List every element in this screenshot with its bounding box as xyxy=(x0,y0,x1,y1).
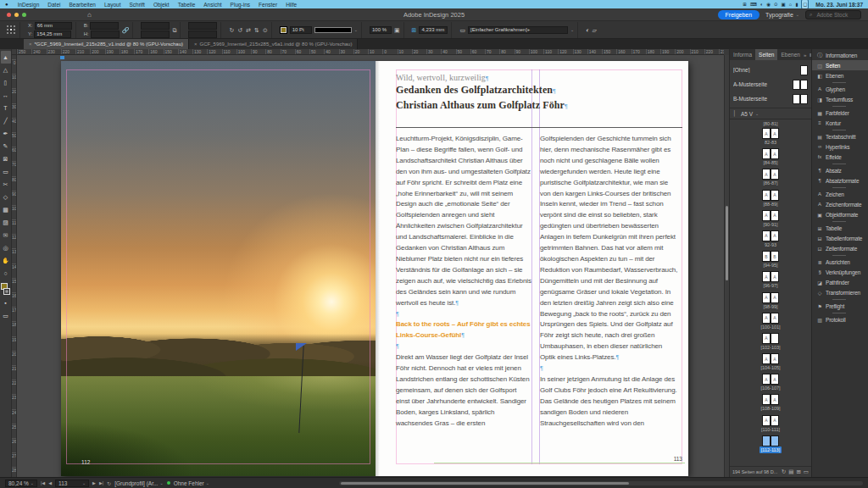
page-number-field[interactable]: 113⌄ xyxy=(55,480,89,487)
adobe-stock-search[interactable]: ⌕ xyxy=(805,10,861,19)
menu-item[interactable]: Layout xyxy=(100,2,125,8)
first-page-button[interactable]: |◀ xyxy=(41,480,45,485)
adobe-stock-input[interactable] xyxy=(815,11,857,19)
absatzformate[interactable]: ¶ Absatzformate xyxy=(812,175,868,186)
type-tool[interactable]: T xyxy=(1,102,11,114)
share-button[interactable]: Freigeben xyxy=(718,10,760,19)
object-style-icon[interactable]: ▭ xyxy=(459,27,465,33)
panel-tab[interactable]: Seiten xyxy=(755,49,777,60)
spread-entry[interactable]: AA [96-97] xyxy=(762,271,779,291)
kontur[interactable]: ≡ Kontur xyxy=(812,118,868,128)
effects-icon[interactable]: ▣ xyxy=(394,27,400,33)
glyphen[interactable]: A Glyphen xyxy=(812,84,868,94)
pages-panel-button[interactable]: ⊞ xyxy=(796,469,800,475)
free-transform-tool[interactable]: ◇ xyxy=(1,191,11,203)
menu-item[interactable]: Objekt xyxy=(149,2,174,8)
document-canvas[interactable]: 112 Wild, wertvoll, kurzweilig¶ Gedanken… xyxy=(17,55,724,477)
last-page-button[interactable]: ▶| xyxy=(99,480,103,485)
width-field[interactable] xyxy=(90,22,119,30)
spread-thumbnail[interactable]: AA xyxy=(762,169,779,180)
ebenen[interactable]: ◧ Ebenen xyxy=(812,70,868,80)
corner-radius-field[interactable]: 4,233 mm xyxy=(419,26,448,34)
spread-thumbnail[interactable]: AA xyxy=(762,292,779,303)
opacity-field[interactable]: 100 % xyxy=(370,26,392,34)
menu-item[interactable]: Ansicht xyxy=(199,2,225,8)
object-style-dropdown[interactable]: [Einfacher Grafikrahmen]+ xyxy=(468,26,568,34)
eyedropper-tool[interactable]: ◎ xyxy=(1,241,11,254)
page-size-filter[interactable]: ▏A5 V ⌄ xyxy=(730,108,811,119)
reference-point-proxy[interactable] xyxy=(3,22,20,38)
link-scale-icon[interactable]: ⧉ xyxy=(172,27,176,33)
note-tool[interactable]: ✉ xyxy=(1,229,11,241)
spread-entry[interactable]: AA [106-107] xyxy=(760,374,780,394)
workspace-switcher[interactable]: Typografie⌄ xyxy=(765,12,799,18)
wrap-options-icon[interactable]: ◐ xyxy=(586,27,589,33)
spread-entry[interactable]: AA [86-87] xyxy=(762,169,779,189)
tabellenformate[interactable]: ⊟ Tabellenformate xyxy=(812,233,868,243)
previous-page-button[interactable]: ◀ xyxy=(48,480,52,485)
menu-item[interactable]: Plug-ins xyxy=(226,2,254,8)
preflight-profile-dropdown[interactable]: [Grundprofil] (Ar...⌄ xyxy=(114,480,164,486)
screen-mode-button[interactable]: ▭ xyxy=(1,309,11,322)
pathfinder[interactable]: ◪ Pathfinder xyxy=(812,277,868,287)
preflight[interactable]: ⚑ Preflight xyxy=(812,301,868,311)
spread-thumbnail[interactable]: A xyxy=(762,333,779,344)
pencil-tool[interactable]: ✎ xyxy=(1,140,11,152)
pen-tool[interactable]: ✒ xyxy=(1,127,11,140)
corner-options-icon[interactable]: ⊞ xyxy=(412,27,417,33)
menu-item[interactable]: Datei xyxy=(43,2,64,8)
page-tool[interactable]: ▯ xyxy=(1,76,11,89)
spread-thumbnail[interactable]: AA xyxy=(762,271,779,282)
apple-menu-icon[interactable]: ● xyxy=(5,2,8,7)
spread-entry[interactable]: AA [110-111] xyxy=(761,415,780,435)
menubar-status-icon[interactable]: ▣ xyxy=(782,0,786,8)
preflight-refresh-icon[interactable]: ↻ xyxy=(107,480,111,486)
master-page-row[interactable]: A-Musterseite xyxy=(733,77,808,92)
stroke-swatch[interactable] xyxy=(3,288,10,295)
spread-entry[interactable]: [80-81] xyxy=(763,120,777,128)
spread-entry[interactable]: AA [104-105] xyxy=(760,353,780,374)
farbfelder[interactable]: ▦ Farbfelder xyxy=(812,108,868,118)
rectangle-tool[interactable]: ▭ xyxy=(1,165,11,178)
spread-thumbnail[interactable] xyxy=(762,435,779,446)
gradient-feather-tool[interactable]: ▨ xyxy=(1,216,11,229)
selection-tool[interactable]: ▲ xyxy=(1,51,11,64)
page-113-text[interactable]: Wild, wertvoll, kurzweilig¶ Gedanken des… xyxy=(376,61,688,476)
panel-tab[interactable]: Ebenen xyxy=(777,49,803,60)
rotation-angle-field[interactable] xyxy=(188,22,217,30)
zoom-level-dropdown[interactable]: 80,24 %⌄ xyxy=(5,480,37,487)
spreads-list[interactable]: [80-81] AA 82-83 AA [84-85] AA [86-87] xyxy=(730,119,811,466)
ausrichten[interactable]: ≣ Ausrichten xyxy=(812,257,868,267)
spread-entry[interactable]: AA 92-93 xyxy=(762,230,779,251)
select-content-button[interactable]: ⊙ xyxy=(263,27,268,33)
y-position-field[interactable]: 154,25 mm xyxy=(34,30,71,38)
height-field[interactable] xyxy=(91,30,120,38)
text-column-2[interactable]: Golfspielenden der Geschichte tummeln si… xyxy=(540,134,679,429)
next-page-button[interactable]: ▶ xyxy=(92,480,96,485)
hand-tool[interactable]: ✋ xyxy=(1,254,11,267)
objektformate[interactable]: ▣ Objektformate xyxy=(812,209,868,219)
panel-menu-icon[interactable]: » xyxy=(804,53,806,58)
transformieren[interactable]: ◇ Transformieren xyxy=(812,287,868,297)
zellenformate[interactable]: ⊡ Zellenformate xyxy=(812,243,868,253)
formatting-container-button[interactable]: ▪ xyxy=(1,297,11,309)
spread-entry[interactable]: BB [94-95] xyxy=(762,251,779,271)
spread-entry[interactable]: AA [90-91] xyxy=(762,210,779,230)
horizontal-ruler[interactable]: 2502402302202102001901801701601501401301… xyxy=(17,49,724,55)
pages-panel-button[interactable]: ▭ xyxy=(804,469,809,475)
menu-item[interactable]: Fenster xyxy=(254,2,281,8)
spread-entry[interactable]: [112-113] xyxy=(760,435,782,456)
spread-thumbnail[interactable]: AA xyxy=(762,230,779,241)
menubar-clock[interactable]: Mo. 23. Juni 18:37 xyxy=(815,2,863,8)
flip-vertical-button[interactable]: ⇅ xyxy=(254,27,259,33)
line-tool[interactable]: ╱ xyxy=(1,114,11,127)
gap-tool[interactable]: ↔ xyxy=(1,89,11,102)
menu-item[interactable]: Bearbeiten xyxy=(64,2,99,8)
spread-entry[interactable]: AA [100-101] xyxy=(760,313,780,333)
menu-item[interactable]: Schrift xyxy=(125,2,148,8)
spread-entry[interactable]: A [102-103] xyxy=(760,333,780,353)
scrollbar-handle[interactable] xyxy=(726,206,728,280)
textumfluss[interactable]: ◨ Textumfluss xyxy=(812,94,868,104)
spread-thumbnail[interactable]: AA xyxy=(762,313,779,324)
menubar-status-icon[interactable]: ⊙ xyxy=(774,0,778,8)
